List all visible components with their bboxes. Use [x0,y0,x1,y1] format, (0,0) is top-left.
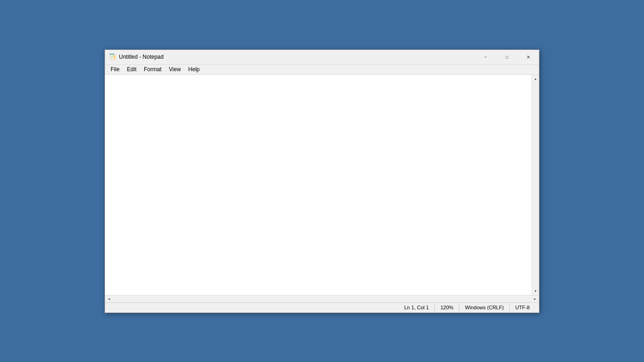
svg-rect-1 [110,54,114,55]
scrollbar-horizontal: ◄ ► [105,295,539,302]
svg-rect-5 [114,55,115,59]
menu-edit[interactable]: Edit [123,65,140,74]
menu-bar: File Edit Format View Help [105,65,539,75]
scroll-down-arrow[interactable]: ▼ [532,287,539,295]
maximize-button[interactable]: □ [496,49,518,64]
menu-format[interactable]: Format [140,65,165,74]
editor-area: ▲ ▼ [105,75,539,295]
scroll-left-arrow[interactable]: ◄ [105,295,113,302]
window-title: Untitled - Notepad [119,54,164,60]
cursor-position: Ln 1, Col 1 [399,303,435,313]
notepad-app-icon [109,53,116,61]
scroll-up-arrow[interactable]: ▲ [532,75,539,83]
scrollbar-vertical: ▲ ▼ [532,75,539,295]
scroll-track-horizontal[interactable] [113,295,531,302]
encoding: UTF-8 [510,303,535,313]
window-controls: − □ ✕ [475,49,539,64]
title-bar-left: Untitled - Notepad [109,53,164,61]
line-ending: Windows (CRLF) [459,303,510,313]
menu-view[interactable]: View [165,65,185,74]
title-bar: Untitled - Notepad − □ ✕ [105,50,539,65]
menu-help[interactable]: Help [185,65,204,74]
close-button[interactable]: ✕ [518,49,539,64]
text-editor[interactable] [105,75,532,295]
minimize-button[interactable]: − [475,49,496,64]
status-bar: Ln 1, Col 1 120% Windows (CRLF) UTF-8 [105,302,539,313]
zoom-level: 120% [435,303,459,313]
notepad-window: Untitled - Notepad − □ ✕ File Edit Forma… [105,49,539,313]
scroll-track-vertical[interactable] [532,83,539,287]
scroll-right-arrow[interactable]: ► [531,295,539,302]
menu-file[interactable]: File [107,65,123,74]
